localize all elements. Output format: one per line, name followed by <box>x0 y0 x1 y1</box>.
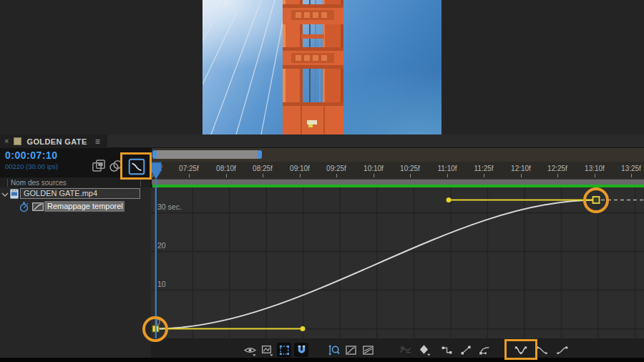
navigator-start-handle[interactable] <box>152 150 157 159</box>
ruler-label: 10:25f <box>394 165 426 172</box>
highlight-box-graph-editor-button <box>120 152 152 180</box>
close-icon[interactable]: × <box>4 137 9 145</box>
ruler-tick <box>595 174 595 177</box>
out-handle-dot[interactable] <box>301 326 306 331</box>
navigator-end-handle[interactable] <box>258 150 262 159</box>
ruler-label: 11:25f <box>468 165 499 172</box>
ease-out-icon[interactable] <box>555 343 570 357</box>
separate-dimensions-icon <box>398 343 412 357</box>
property-name[interactable]: Remappage temporel <box>44 201 125 212</box>
golden-gate-bridge-image <box>203 0 441 134</box>
bezier-keyframe-icon[interactable] <box>477 343 492 357</box>
frame-counter: 00220 (30.00 ips) <box>5 162 58 170</box>
layer-list: GOLDEN GATE.mp4 Remappage temporel <box>0 187 151 358</box>
ruler-tick <box>189 174 190 177</box>
time-navigator-bar[interactable] <box>152 150 262 159</box>
ruler-label: 09:25f <box>321 165 352 172</box>
graph-gridlines <box>151 187 644 338</box>
toolbar-left-spacer <box>0 338 151 358</box>
layer-row[interactable]: GOLDEN GATE.mp4 <box>0 187 151 200</box>
graph-type-icon[interactable] <box>260 343 274 357</box>
ruler-label: 13:10f <box>579 165 610 172</box>
ruler-tick <box>484 174 484 177</box>
ruler-tick <box>631 174 632 177</box>
ruler-tick <box>410 174 411 177</box>
composition-tab-title: GOLDEN GATE <box>26 137 87 146</box>
playhead-line[interactable] <box>155 163 157 338</box>
panel-menu-icon[interactable]: ≡ <box>95 137 100 147</box>
highlight-circle-start-keyframe <box>142 316 168 342</box>
time-remap-curve[interactable] <box>156 200 597 329</box>
video-source-icon <box>10 189 19 199</box>
highlight-box-easy-ease-button <box>504 339 537 360</box>
ruler-tick <box>336 174 337 177</box>
fit-selection-icon[interactable] <box>343 343 358 357</box>
bottom-edge <box>0 358 644 362</box>
in-handle-dot[interactable] <box>447 197 452 202</box>
property-row[interactable]: Remappage temporel <box>0 200 151 213</box>
graph-navigator-bar[interactable] <box>152 179 644 185</box>
current-timecode[interactable]: 0:00:07:10 <box>5 150 58 161</box>
ruler-tick <box>447 174 448 177</box>
timeline-panel-header: × GOLDEN GATE ≡ <box>0 134 644 148</box>
stopwatch-icon[interactable] <box>19 202 29 212</box>
keyframe-diamond-icon[interactable] <box>417 343 431 357</box>
auto-zoom-icon[interactable] <box>326 343 341 357</box>
value-label: 30 sec. <box>157 202 182 211</box>
ruler-tick <box>263 174 263 177</box>
eye-icon[interactable] <box>243 343 257 357</box>
linear-keyframe-icon[interactable] <box>459 343 473 357</box>
ruler-label: 11:10f <box>431 165 463 172</box>
graph-editor[interactable]: 30 sec. 20 10 0 <box>151 187 644 338</box>
ruler-label: 07:25f <box>173 165 205 172</box>
highlight-circle-end-keyframe <box>583 187 609 213</box>
ruler-label: 09:10f <box>284 165 316 172</box>
after-effects-timeline-panel: × GOLDEN GATE ≡ 0:00:07:10 00220 (30.00 … <box>0 0 644 362</box>
ruler-tick <box>557 174 558 177</box>
chevron-down-icon[interactable] <box>1 192 9 197</box>
ruler-tick <box>226 174 227 177</box>
composition-preview-area <box>0 0 644 134</box>
transform-box-icon[interactable] <box>277 343 291 357</box>
ruler-label: 12:10f <box>505 165 537 172</box>
layer-name[interactable]: GOLDEN GATE.mp4 <box>20 188 140 199</box>
bridge-tower <box>283 0 343 134</box>
time-navigator-strip[interactable] <box>152 148 644 162</box>
property-graph-icon[interactable] <box>32 202 44 211</box>
sources-column-label: Nom des sources <box>11 179 67 187</box>
ruler-label: 10:10f <box>358 165 389 172</box>
ruler-tick <box>300 174 301 177</box>
column-separator[interactable] <box>7 179 8 187</box>
color-label-square <box>14 137 21 145</box>
ruler-label: 13:25f <box>615 165 644 172</box>
value-label: 10 <box>157 280 166 288</box>
ruler-label: 08:25f <box>247 165 278 172</box>
ruler-label: 12:25f <box>542 165 573 172</box>
time-ruler[interactable]: 07:10f 07:25f 08:10f 08:25f 09:10f 09:25… <box>152 162 644 179</box>
composition-tab[interactable]: × GOLDEN GATE ≡ <box>0 134 107 148</box>
fit-all-icon[interactable] <box>361 343 375 357</box>
ruler-tick <box>374 174 374 177</box>
golden-gate-video-frame <box>203 0 441 134</box>
ruler-tick <box>521 174 522 177</box>
mini-flowchart-icon[interactable] <box>92 159 106 173</box>
ruler-label: 08:10f <box>210 165 242 172</box>
column-separator[interactable] <box>140 179 141 187</box>
hold-keyframe-icon[interactable] <box>439 343 454 357</box>
value-label: 20 <box>157 241 166 250</box>
snap-magnet-icon[interactable] <box>294 343 308 357</box>
